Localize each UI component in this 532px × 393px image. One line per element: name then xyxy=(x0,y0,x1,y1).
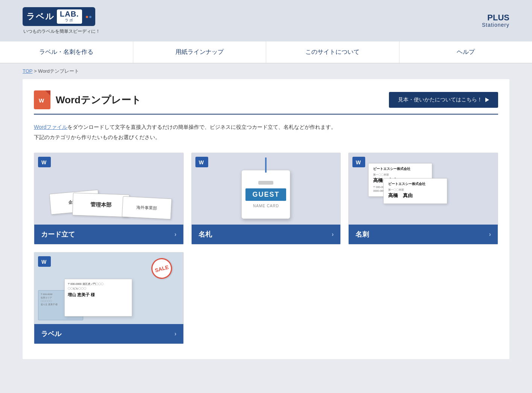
card-cardholder-image: W 企画部 管理本部 海外事業部 xyxy=(34,153,183,225)
svg-text:W: W xyxy=(41,159,47,165)
label-addr-line1: 〒000-0000 港区虎ノ門〇〇〇 xyxy=(68,282,129,286)
card-label[interactable]: W 〒000-0000住所エリア〇〇〇〇〇送り主 恵美子 様 〒000-0000… xyxy=(34,252,184,344)
card-cardholder-text: カード立て xyxy=(41,230,75,239)
badge-namecard-text: NAME CARD xyxy=(253,204,279,208)
description-line2: 下記のカテゴリから作りたいものをお選びください。 xyxy=(34,132,498,142)
bizcard-company-top: ビートエスシー株式会社 xyxy=(373,167,427,171)
chevron-right-icon: › xyxy=(174,231,176,238)
breadcrumb-current: Wordテンプレート xyxy=(38,68,79,74)
logo-box: ラベル LAB. ラボ xyxy=(23,7,95,26)
word-badge-cardholder: W xyxy=(38,157,51,167)
word-file-link[interactable]: Wordファイル xyxy=(34,124,67,130)
chevron-right-icon-3: › xyxy=(489,231,491,238)
card-bizcard-label: 名刺 › xyxy=(349,225,498,244)
nav-item-help[interactable]: ヘルプ xyxy=(399,41,532,63)
bizcard-preview: ビートエスシー株式会社 第一〇〇本部 高橋 真由 〒000-0000 / TEL… xyxy=(353,158,493,220)
logo-lab-text: LAB. xyxy=(60,10,79,18)
bizcard-dept-top: 第一〇〇本部 xyxy=(373,173,427,177)
how-to-button[interactable]: 見本・使いかたについてはこちら！ xyxy=(389,92,498,108)
plus-text: PLUS xyxy=(482,14,509,22)
label-sale-stamp: SALE xyxy=(149,256,174,281)
svg-text:W: W xyxy=(41,259,47,265)
breadcrumb-separator: > xyxy=(34,68,38,74)
description: Wordファイルをダウンロードして文字を直接入力するだけの簡単操作で、ビジネスに… xyxy=(34,122,498,142)
bizcard-bottom: ビートエスシー株式会社 第一〇〇本部 高橋 真由 xyxy=(383,178,447,204)
badge-card: GUEST NAME CARD xyxy=(241,170,290,219)
navigation: ラベル・名刺を作る 用紙ラインナップ このサイトについて ヘルプ xyxy=(0,41,532,63)
how-to-arrow-icon xyxy=(485,98,489,102)
logo-label: ラベル xyxy=(26,11,55,22)
stationery-text: Stationery xyxy=(482,22,509,28)
card-label-image: W 〒000-0000住所エリア〇〇〇〇〇送り主 恵美子 様 〒000-0000… xyxy=(34,252,183,324)
namebadge-preview: GUEST NAME CARD xyxy=(196,158,336,220)
bizcard-dept-bottom: 第一〇〇本部 xyxy=(388,188,442,192)
lanyard xyxy=(265,158,267,173)
label-addr-line2: 〇〇ビル〇〇〇 xyxy=(68,287,129,291)
card-bizcard-image: W ビートエスシー株式会社 第一〇〇本部 高橋 真由 〒000-0000 / T… xyxy=(349,153,498,225)
page-title: Wordテンプレート xyxy=(56,93,141,107)
logo-tagline: いつものラベルを簡単スピーディに！ xyxy=(23,28,100,35)
card-cardholder[interactable]: W 企画部 管理本部 海外事業部 カード立て › xyxy=(34,153,184,245)
word-badge-bizcard: W xyxy=(352,157,365,167)
bizcard-name-bottom: 高橋 真由 xyxy=(388,192,442,199)
dot-blue xyxy=(89,16,91,18)
svg-text:W: W xyxy=(199,159,204,165)
page-title-row: W Wordテンプレート 見本・使いかたについてはこちら！ xyxy=(34,90,498,115)
nav-item-paper[interactable]: 用紙ラインナップ xyxy=(133,41,267,63)
card-label-footer: ラベル › xyxy=(34,324,183,344)
word-badge-label: W xyxy=(38,256,51,267)
desk-card-2: 管理本部 xyxy=(72,193,130,217)
main-content: W Wordテンプレート 見本・使いかたについてはこちら！ Wordファイルをダ… xyxy=(23,79,509,359)
cardholder-preview: 企画部 管理本部 海外事業部 xyxy=(39,158,179,220)
breadcrumb: TOP > Wordテンプレート xyxy=(0,63,532,79)
word-icon-large: W xyxy=(34,90,50,109)
card-namebadge-label: 名札 › xyxy=(192,225,341,244)
word-badge-namebadge: W xyxy=(195,157,208,167)
chevron-right-icon-4: › xyxy=(174,330,176,337)
label-envelope-front: 〒000-0000 港区虎ノ門〇〇〇 〇〇ビル〇〇〇 増山 恵美子 様 xyxy=(64,279,132,317)
card-bizcard[interactable]: W ビートエスシー株式会社 第一〇〇本部 高橋 真由 〒000-0000 / T… xyxy=(348,153,498,245)
card-label-text: ラベル xyxy=(41,329,61,338)
badge-clip xyxy=(258,181,273,185)
logo-area: ラベル LAB. ラボ いつものラベルを簡単スピーディに！ xyxy=(23,7,100,35)
svg-text:W: W xyxy=(356,159,361,165)
plus-stationery: PLUS Stationery xyxy=(482,14,509,28)
label-addr-name: 増山 恵美子 様 xyxy=(68,292,129,298)
chevron-right-icon-2: › xyxy=(332,231,334,238)
logo-dots xyxy=(86,15,91,18)
description-line1: Wordファイルをダウンロードして文字を直接入力するだけの簡単操作で、ビジネスに… xyxy=(34,122,498,132)
how-to-label: 見本・使いかたについてはこちら！ xyxy=(398,96,482,103)
nav-item-about[interactable]: このサイトについて xyxy=(266,41,399,63)
card-bizcard-text: 名刺 xyxy=(355,230,369,239)
card-namebadge-image: W GUEST NAME CARD xyxy=(192,153,341,225)
badge-guest-text: GUEST xyxy=(245,188,286,201)
bizcard-company-bottom: ビートエスシー株式会社 xyxy=(388,182,442,187)
label-preview: 〒000-0000住所エリア〇〇〇〇〇送り主 恵美子 様 〒000-0000 港… xyxy=(34,252,183,324)
page-title-left: W Wordテンプレート xyxy=(34,90,141,109)
cards-grid-bottom: W 〒000-0000住所エリア〇〇〇〇〇送り主 恵美子 様 〒000-0000… xyxy=(34,252,498,344)
logo-labo-text: ラボ xyxy=(65,18,74,23)
logo-lab-box: LAB. ラボ xyxy=(57,9,82,24)
breadcrumb-top-link[interactable]: TOP xyxy=(23,68,32,74)
svg-text:W: W xyxy=(39,97,44,104)
card-cardholder-label: カード立て › xyxy=(34,225,183,244)
card-namebadge[interactable]: W GUEST NAME CARD 名札 › xyxy=(191,153,341,245)
dot-orange xyxy=(86,16,88,18)
card-namebadge-text: 名札 xyxy=(198,230,212,239)
cards-grid-top: W 企画部 管理本部 海外事業部 カード立て › W xyxy=(34,153,498,245)
desk-card-3: 海外事業部 xyxy=(122,196,172,220)
header: ラベル LAB. ラボ いつものラベルを簡単スピーディに！ PLUS Stati… xyxy=(0,0,532,41)
nav-item-make[interactable]: ラベル・名刺を作る xyxy=(0,41,133,63)
